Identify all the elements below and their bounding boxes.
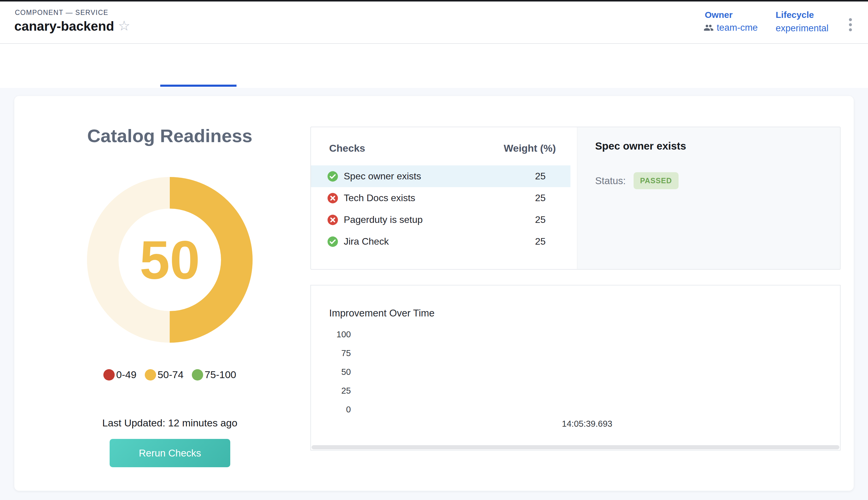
check-row[interactable]: Tech Docs exists25 <box>311 187 570 209</box>
legend-label: 75-100 <box>205 369 236 380</box>
check-row[interactable]: Jira Check25 <box>311 231 570 252</box>
rerun-checks-button[interactable]: Rerun Checks <box>109 439 230 467</box>
chart-y-tick-label: 100 <box>315 330 351 339</box>
entity-header: COMPONENT — SERVICE canary-backend ☆ Own… <box>0 1 868 44</box>
check-failed-icon <box>327 193 338 204</box>
check-failed-icon <box>327 214 338 226</box>
check-passed-icon <box>327 171 338 182</box>
legend-dot-icon <box>103 369 115 380</box>
legend-item: 0-49 <box>103 369 136 380</box>
chart-x-tick-label: 14:05:39.693 <box>554 419 620 429</box>
checks-table: Spec owner exists25Tech Docs exists25Pag… <box>311 166 570 252</box>
legend-dot-icon <box>145 369 156 380</box>
owner-label: Owner <box>705 10 732 20</box>
more-options-kebab-icon[interactable] <box>848 17 853 33</box>
check-passed-icon <box>327 236 338 247</box>
entity-tabs: OverviewCI/CDScorecardAPIDependenciesDoc… <box>0 44 868 88</box>
score-legend: 0-4950-7475-100 <box>36 369 304 380</box>
lifecycle-label: Lifecycle <box>776 10 814 20</box>
legend-label: 50-74 <box>158 369 184 380</box>
chart-y-tick-label: 0 <box>315 405 351 414</box>
group-icon <box>704 23 714 33</box>
lifecycle-value: experimental <box>776 23 829 34</box>
status-label: Status: <box>595 175 626 186</box>
check-weight: 25 <box>517 236 564 247</box>
legend-dot-icon <box>192 369 203 380</box>
last-updated-text: Last Updated: 12 minutes ago <box>36 417 304 429</box>
legend-item: 50-74 <box>145 369 184 380</box>
legend-label: 0-49 <box>116 369 136 380</box>
active-tab-indicator <box>160 84 236 87</box>
owner-value[interactable]: team-cme <box>717 22 758 33</box>
owner-value-row[interactable]: team-cme <box>704 22 758 33</box>
legend-item: 75-100 <box>192 369 236 380</box>
check-weight: 25 <box>517 171 564 182</box>
chart-horizontal-scrollbar[interactable] <box>312 445 840 449</box>
check-detail-title: Spec owner exists <box>595 140 686 152</box>
entity-kind-breadcrumb: COMPONENT — SERVICE <box>15 9 108 17</box>
check-row[interactable]: Spec owner exists25 <box>311 166 570 187</box>
favorite-star-icon[interactable]: ☆ <box>118 19 130 33</box>
check-weight: 25 <box>517 193 564 204</box>
chart-title: Improvement Over Time <box>329 307 435 319</box>
check-name: Tech Docs exists <box>344 193 415 204</box>
scorecard-page: COMPONENT — SERVICE canary-backend ☆ Own… <box>0 0 868 500</box>
check-row[interactable]: Pagerduty is setup25 <box>311 209 570 231</box>
check-weight: 25 <box>517 214 564 225</box>
check-detail-status-row: Status: PASSED <box>595 172 679 189</box>
status-badge: PASSED <box>634 172 679 189</box>
score-value: 50 <box>86 177 253 343</box>
check-name: Spec owner exists <box>344 171 421 182</box>
checks-column-header: Checks <box>329 143 365 154</box>
check-name: Jira Check <box>344 236 389 247</box>
page-title: canary-backend <box>14 19 114 34</box>
chart-y-tick-label: 25 <box>315 386 351 396</box>
check-name: Pagerduty is setup <box>344 214 423 225</box>
chart-y-tick-label: 75 <box>315 348 351 358</box>
chart-y-tick-label: 50 <box>315 367 351 377</box>
weight-column-header: Weight (%) <box>504 143 556 154</box>
scorecard-title: Catalog Readiness <box>36 125 304 146</box>
